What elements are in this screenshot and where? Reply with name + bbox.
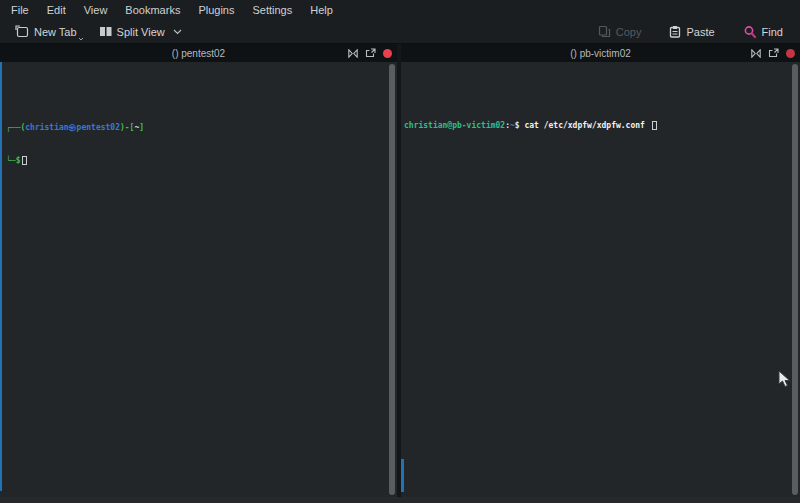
menu-help[interactable]: Help — [301, 1, 342, 19]
konsole-window: File Edit View Bookmarks Plugins Setting… — [0, 0, 800, 503]
split-view-icon — [99, 26, 112, 37]
paste-button[interactable]: Paste — [662, 23, 721, 40]
paste-label: Paste — [686, 26, 714, 38]
find-label: Find — [762, 26, 783, 38]
prompt-line-1: ┌──(christian㉿pentest02)-[~] — [6, 122, 397, 133]
terminal-output-right: christian@pb-victim02:~$ cat /etc/xdpfw/… — [401, 95, 800, 153]
pane-header-right[interactable]: () pb-victim02 — [401, 44, 800, 62]
paste-icon — [669, 25, 681, 38]
detach-icon[interactable] — [365, 48, 376, 58]
pane-header-left[interactable]: () pentest02 — [0, 44, 397, 62]
new-tab-chevron-icon — [78, 37, 84, 41]
detach-icon[interactable] — [768, 48, 779, 58]
prompt-line-2: └─$ — [6, 155, 397, 166]
maximize-icon[interactable] — [751, 49, 761, 58]
menu-settings[interactable]: Settings — [243, 1, 301, 19]
terminal-screen-pb-victim02[interactable]: christian@pb-victim02:~$ cat /etc/xdpfw/… — [401, 62, 800, 497]
terminal-cursor — [22, 156, 27, 165]
copy-button[interactable]: Copy — [591, 23, 649, 40]
split-view-button[interactable]: Split View — [92, 24, 189, 40]
menu-edit[interactable]: Edit — [38, 1, 75, 19]
new-tab-label: New Tab — [34, 26, 77, 38]
focus-accent-segment — [401, 459, 404, 492]
toolbar: New Tab Split View — [0, 20, 800, 43]
terminal-pane-pentest02: () pentest02 — [0, 44, 397, 497]
prompt-line: christian@pb-victim02:~$ cat /etc/xdpfw/… — [404, 120, 800, 131]
window-bottom-edge — [0, 497, 800, 503]
split-view-container: () pentest02 — [0, 43, 800, 497]
terminal-screen-pentest02[interactable]: ┌──(christian㉿pentest02)-[~] └─$ — [0, 62, 397, 497]
new-tab-button[interactable]: New Tab — [8, 23, 84, 40]
close-icon[interactable] — [383, 49, 392, 58]
menu-plugins[interactable]: Plugins — [189, 1, 243, 19]
find-button[interactable]: Find — [736, 23, 790, 41]
pane-controls-left — [348, 44, 392, 62]
split-view-label: Split View — [117, 26, 165, 38]
focus-accent-line — [0, 62, 2, 491]
terminal-output-left: ┌──(christian㉿pentest02)-[~] └─$ — [0, 95, 397, 188]
menu-file[interactable]: File — [2, 1, 38, 19]
new-tab-icon — [15, 25, 29, 38]
find-icon — [743, 25, 757, 39]
pane-title-right: () pb-victim02 — [570, 48, 631, 59]
scrollbar-right-pane[interactable] — [792, 64, 798, 495]
terminal-cursor — [652, 121, 657, 130]
copy-icon — [598, 25, 611, 38]
maximize-icon[interactable] — [348, 49, 358, 58]
pane-title-left: () pentest02 — [172, 48, 225, 59]
scrollbar-left-pane[interactable] — [389, 64, 395, 495]
split-view-chevron-icon — [173, 29, 182, 35]
close-icon[interactable] — [786, 49, 795, 58]
terminal-pane-pb-victim02: () pb-victim02 — [401, 44, 800, 497]
pane-controls-right — [751, 44, 795, 62]
menu-bookmarks[interactable]: Bookmarks — [116, 1, 189, 19]
copy-label: Copy — [616, 26, 642, 38]
toolbar-right-group: Copy Paste — [591, 23, 790, 41]
menu-bar: File Edit View Bookmarks Plugins Setting… — [0, 0, 800, 20]
menu-view[interactable]: View — [75, 1, 117, 19]
